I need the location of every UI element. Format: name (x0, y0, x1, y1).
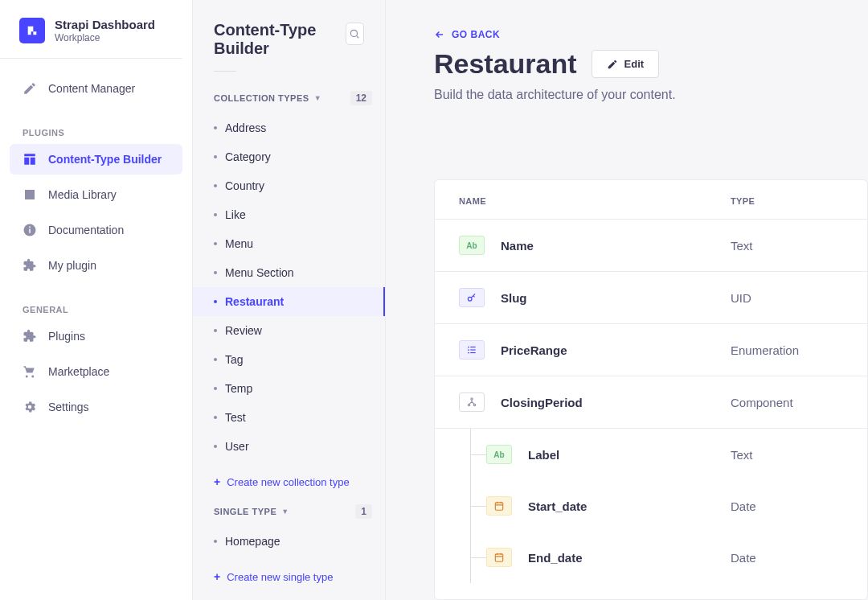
collection-type-item[interactable]: Category (193, 142, 385, 171)
svg-point-12 (471, 398, 473, 400)
nav-label: Documentation (48, 224, 124, 236)
plus-icon: + (214, 570, 220, 583)
collection-types-header[interactable]: COLLECTION TYPES ▼ 12 (203, 91, 375, 113)
field-type-icon (459, 340, 485, 360)
type-item-label: Country (225, 179, 264, 192)
field-type-icon: Ab (459, 236, 485, 255)
page-subtitle: Build the data architecture of your cont… (434, 88, 868, 102)
main-content: GO BACK Restaurant Edit Build the data a… (386, 0, 868, 600)
nav-documentation[interactable]: Documentation (10, 215, 182, 245)
field-row[interactable]: PriceRangeEnumeration (435, 324, 867, 376)
nav-label: Content Manager (48, 82, 135, 95)
nav-general: GENERAL Plugins Marketplace Settings (0, 290, 192, 432)
field-type: Text (731, 239, 843, 253)
caret-down-icon: ▼ (281, 508, 289, 516)
single-type-label: SINGLE TYPE (214, 507, 276, 516)
collection-type-item[interactable]: Country (193, 171, 385, 200)
nested-field-row[interactable]: AbLabelText (486, 429, 867, 480)
sidebar-header: Strapi Dashboard Workplace (0, 0, 182, 59)
create-single-type-link[interactable]: + Create new single type (203, 562, 375, 599)
collection-type-item[interactable]: Restaurant (193, 287, 385, 316)
workspace-name: Workplace (55, 32, 155, 43)
go-back-link[interactable]: GO BACK (434, 29, 868, 40)
field-name: Label (528, 448, 731, 462)
table-header: NAME TYPE (435, 180, 867, 220)
single-type-item[interactable]: Homepage (193, 527, 385, 556)
pencil-icon (607, 59, 618, 70)
divider (214, 71, 236, 72)
field-row[interactable]: SlugUID (435, 272, 867, 324)
collection-type-item[interactable]: Like (193, 200, 385, 229)
svg-rect-15 (495, 503, 502, 510)
nav-plugins-general[interactable]: Plugins (10, 321, 182, 351)
edit-button[interactable]: Edit (592, 50, 660, 78)
field-type: Date (731, 551, 843, 565)
svg-point-8 (468, 349, 469, 351)
svg-rect-7 (470, 347, 475, 347)
collection-type-item[interactable]: Tag (193, 345, 385, 374)
collection-type-item[interactable]: Review (193, 316, 385, 345)
field-type: Component (731, 396, 843, 409)
puzzle-icon (23, 258, 37, 273)
collection-type-item[interactable]: Address (193, 113, 385, 142)
create-collection-label: Create new collection type (227, 476, 349, 488)
nav-label: My plugin (48, 259, 96, 272)
svg-rect-9 (470, 349, 475, 350)
field-type-icon (459, 392, 485, 412)
nav-my-plugin[interactable]: My plugin (10, 250, 182, 281)
nav-media-library[interactable]: Media Library (10, 179, 182, 210)
svg-point-5 (468, 297, 472, 301)
bullet-icon (214, 271, 217, 274)
collection-type-item[interactable]: Test (193, 403, 385, 432)
nav-content-type-builder[interactable]: Content-Type Builder (10, 144, 182, 175)
page-title: Restaurant (434, 48, 577, 80)
product-name: Strapi Dashboard (55, 18, 155, 32)
bullet-icon (214, 416, 217, 419)
plugins-section-label: PLUGINS (10, 120, 182, 144)
field-type: Text (731, 448, 843, 462)
bullet-icon (214, 387, 217, 390)
svg-line-4 (357, 36, 359, 39)
bullet-icon (214, 445, 217, 448)
collection-type-item[interactable]: Menu (193, 229, 385, 258)
nav-settings[interactable]: Settings (10, 392, 182, 422)
logo-icon (19, 18, 45, 43)
image-icon (23, 187, 37, 202)
column-type-header: TYPE (731, 196, 843, 206)
pencil-icon (23, 81, 37, 96)
edit-label: Edit (624, 58, 645, 70)
type-item-label: Like (225, 208, 246, 221)
collection-type-item[interactable]: Temp (193, 374, 385, 403)
svg-rect-1 (29, 229, 31, 233)
single-type-header[interactable]: SINGLE TYPE ▼ 1 (203, 504, 375, 527)
nested-field-row[interactable]: Start_dateDate (486, 480, 867, 532)
nav-content-manager[interactable]: Content Manager (10, 73, 182, 104)
single-count-badge: 1 (355, 504, 372, 519)
column-name-header: NAME (459, 196, 731, 206)
layout-icon (23, 152, 37, 166)
table-body: AbNameTextSlugUIDPriceRangeEnumerationCl… (435, 220, 867, 583)
bullet-icon (214, 540, 217, 543)
type-item-label: Restaurant (225, 295, 284, 308)
create-collection-type-link[interactable]: + Create new collection type (203, 467, 375, 504)
bullet-icon (214, 329, 217, 332)
single-types-list: Homepage (193, 527, 385, 556)
general-section-label: GENERAL (10, 297, 182, 321)
field-row[interactable]: ClosingPeriodComponent (435, 376, 867, 429)
nav-plugins: PLUGINS Content-Type Builder Media Libra… (0, 113, 192, 290)
svg-point-14 (473, 404, 475, 405)
collection-type-item[interactable]: Menu Section (193, 258, 385, 287)
search-button[interactable] (346, 23, 364, 45)
fields-table: NAME TYPE AbNameTextSlugUIDPriceRangeEnu… (434, 179, 868, 600)
collection-type-item[interactable]: User (193, 432, 385, 461)
create-single-label: Create new single type (227, 571, 333, 583)
bullet-icon (214, 213, 217, 216)
nested-field-row[interactable]: End_dateDate (486, 532, 867, 583)
svg-rect-2 (29, 227, 31, 228)
field-row[interactable]: AbNameText (435, 220, 867, 272)
field-type-icon (486, 548, 512, 567)
gear-icon (23, 400, 37, 414)
field-name: End_date (528, 551, 731, 565)
field-type: Enumeration (731, 343, 843, 357)
nav-marketplace[interactable]: Marketplace (10, 356, 182, 387)
